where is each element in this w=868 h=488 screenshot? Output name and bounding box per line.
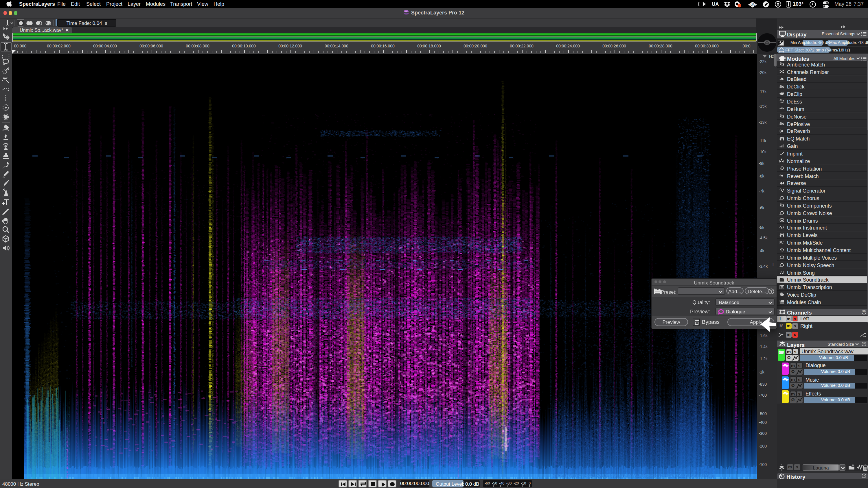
svg-text:?: ?: [863, 311, 865, 314]
svg-text:?: ?: [863, 475, 865, 478]
svg-text:UA: UA: [750, 3, 754, 6]
svg-text:?: ?: [770, 289, 773, 294]
svg-text:?: ?: [863, 342, 865, 346]
